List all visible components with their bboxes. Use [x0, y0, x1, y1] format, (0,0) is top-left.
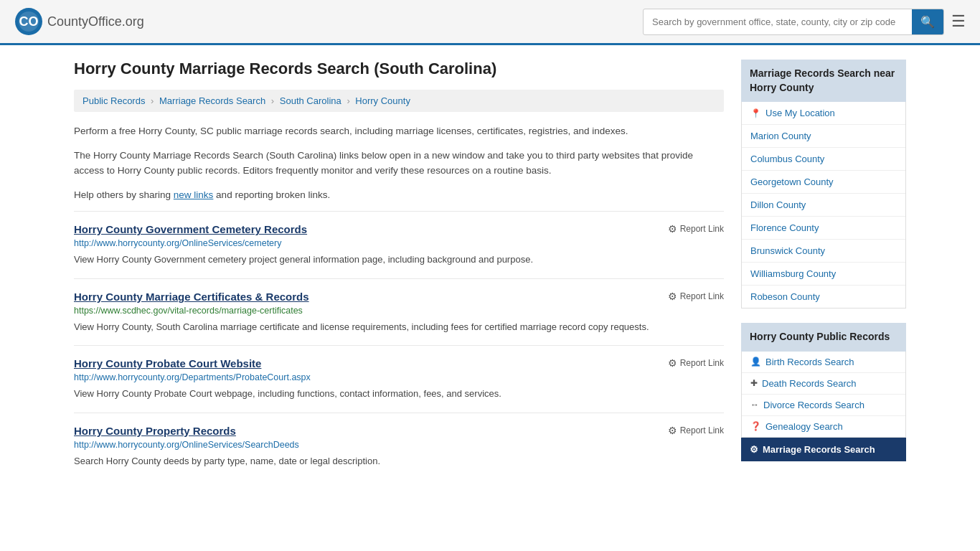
page-title: Horry County Marriage Records Search (So…	[74, 60, 724, 78]
report-link[interactable]: ⚙ Report Link	[668, 291, 724, 302]
description-para2: The Horry County Marriage Records Search…	[74, 148, 724, 179]
record-title: Horry County Probate Court Website	[74, 357, 261, 369]
sidebar-public-title: Horry County Public Records	[741, 323, 906, 352]
breadcrumb-horry-county[interactable]: Horry County	[355, 95, 410, 106]
record-desc: View Horry County Probate Court webpage,…	[74, 387, 724, 401]
menu-button[interactable]: ☰	[951, 12, 966, 31]
record-link[interactable]: Horry County Probate Court Website	[74, 357, 261, 369]
record-url: http://www.horrycounty.org/OnlineService…	[74, 238, 724, 248]
divorce-icon: ↔	[750, 400, 759, 410]
record-desc: View Horry County Government cemetery pr…	[74, 253, 724, 267]
main-container: Horry County Marriage Records Search (So…	[60, 45, 920, 494]
marriage-records-button[interactable]: ⚙ Marriage Records Search	[741, 438, 906, 461]
birth-icon: 👤	[750, 357, 761, 367]
record-desc: Search Horry County deeds by party type,…	[74, 454, 724, 468]
brunswick-county-link[interactable]: Brunswick County	[742, 240, 905, 262]
header: CO CountyOffice.org 🔍 ☰	[0, 0, 980, 45]
sidebar-item-divorce[interactable]: ↔ Divorce Records Search	[742, 395, 905, 416]
report-icon: ⚙	[668, 425, 677, 436]
dillon-county-link[interactable]: Dillon County	[742, 194, 905, 216]
logo-name: CountyOffice	[47, 14, 122, 29]
sidebar-nearby-section: Marriage Records Search near Horry Count…	[741, 60, 906, 309]
record-url: http://www.horrycounty.org/Departments/P…	[74, 372, 724, 382]
breadcrumb-public-records[interactable]: Public Records	[83, 95, 145, 106]
sidebar-item-use-location[interactable]: Use My Location	[742, 102, 905, 125]
record-link[interactable]: Horry County Marriage Certificates & Rec…	[74, 291, 309, 303]
logo: CO CountyOffice.org	[14, 7, 144, 36]
robeson-county-link[interactable]: Robeson County	[742, 286, 905, 308]
genealogy-search-link[interactable]: ❓ Genealogy Search	[750, 421, 897, 432]
death-icon: ✚	[750, 378, 758, 388]
breadcrumb-south-carolina[interactable]: South Carolina	[280, 95, 341, 106]
marriage-btn-icon: ⚙	[750, 444, 758, 455]
breadcrumb-marriage-records[interactable]: Marriage Records Search	[159, 95, 265, 106]
williamsburg-county-link[interactable]: Williamsburg County	[742, 263, 905, 285]
record-url-link[interactable]: http://www.horrycounty.org/Departments/P…	[74, 372, 311, 382]
sidebar-item-robeson[interactable]: Robeson County	[742, 286, 905, 308]
search-button[interactable]: 🔍	[912, 9, 943, 34]
record-item: Horry County Probate Court Website ⚙ Rep…	[74, 345, 724, 413]
florence-county-link[interactable]: Florence County	[742, 217, 905, 239]
logo-icon: CO	[14, 7, 43, 36]
record-item: Horry County Government Cemetery Records…	[74, 211, 724, 278]
record-item: Horry County Property Records ⚙ Report L…	[74, 413, 724, 480]
sidebar-public-list: 👤 Birth Records Search ✚ Death Records S…	[741, 352, 906, 438]
record-link[interactable]: Horry County Property Records	[74, 425, 236, 437]
sidebar-nearby-title: Marriage Records Search near Horry Count…	[741, 60, 906, 102]
sidebar-item-georgetown[interactable]: Georgetown County	[742, 171, 905, 194]
columbus-county-link[interactable]: Columbus County	[742, 148, 905, 170]
sidebar-item-marion[interactable]: Marion County	[742, 125, 905, 148]
record-url-link[interactable]: http://www.horrycounty.org/OnlineService…	[74, 238, 281, 248]
sidebar: Marriage Records Search near Horry Count…	[741, 60, 906, 479]
search-bar: 🔍	[643, 9, 944, 35]
sidebar-item-birth[interactable]: 👤 Birth Records Search	[742, 352, 905, 373]
logo-text: CountyOffice.org	[47, 14, 144, 29]
record-title: Horry County Government Cemetery Records	[74, 223, 307, 235]
record-desc: View Horry County, South Carolina marria…	[74, 320, 724, 334]
sidebar-item-brunswick[interactable]: Brunswick County	[742, 240, 905, 263]
description-para3: Help others by sharing new links and rep…	[74, 187, 724, 203]
svg-text:CO: CO	[19, 14, 39, 29]
search-input[interactable]	[644, 11, 912, 33]
header-right: 🔍 ☰	[643, 9, 966, 35]
report-icon: ⚙	[668, 357, 677, 369]
marriage-btn-label: Marriage Records Search	[763, 444, 875, 455]
record-url-link[interactable]: https://www.scdhec.gov/vital-records/mar…	[74, 306, 303, 316]
report-icon: ⚙	[668, 291, 677, 302]
divorce-records-link[interactable]: ↔ Divorce Records Search	[750, 400, 897, 410]
record-item: Horry County Marriage Certificates & Rec…	[74, 278, 724, 346]
record-link[interactable]: Horry County Government Cemetery Records	[74, 223, 307, 235]
record-title: Horry County Marriage Certificates & Rec…	[74, 291, 309, 303]
breadcrumb: Public Records › Marriage Records Search…	[74, 90, 724, 112]
sidebar-item-death[interactable]: ✚ Death Records Search	[742, 373, 905, 395]
sidebar-item-dillon[interactable]: Dillon County	[742, 194, 905, 217]
sidebar-public-section: Horry County Public Records 👤 Birth Reco…	[741, 323, 906, 461]
sidebar-item-columbus[interactable]: Columbus County	[742, 148, 905, 171]
sidebar-item-florence[interactable]: Florence County	[742, 217, 905, 240]
use-location-link[interactable]: Use My Location	[742, 102, 905, 124]
report-icon: ⚙	[668, 223, 677, 235]
new-links-link[interactable]: new links	[174, 189, 214, 200]
report-link[interactable]: ⚙ Report Link	[668, 425, 724, 436]
description-para1: Perform a free Horry County, SC public m…	[74, 123, 724, 139]
georgetown-county-link[interactable]: Georgetown County	[742, 171, 905, 193]
sidebar-item-genealogy[interactable]: ❓ Genealogy Search	[742, 416, 905, 437]
birth-records-link[interactable]: 👤 Birth Records Search	[750, 357, 897, 367]
sidebar-item-williamsburg[interactable]: Williamsburg County	[742, 263, 905, 286]
record-url: http://www.horrycounty.org/OnlineService…	[74, 440, 724, 450]
report-link[interactable]: ⚙ Report Link	[668, 357, 724, 369]
genealogy-icon: ❓	[750, 421, 761, 431]
report-link[interactable]: ⚙ Report Link	[668, 223, 724, 235]
record-url: https://www.scdhec.gov/vital-records/mar…	[74, 306, 724, 316]
sidebar-nearby-list: Use My Location Marion County Columbus C…	[741, 102, 906, 309]
record-title: Horry County Property Records	[74, 425, 236, 437]
marion-county-link[interactable]: Marion County	[742, 125, 905, 147]
main-content: Horry County Marriage Records Search (So…	[74, 60, 724, 479]
records-list: Horry County Government Cemetery Records…	[74, 211, 724, 479]
death-records-link[interactable]: ✚ Death Records Search	[750, 378, 897, 389]
record-url-link[interactable]: http://www.horrycounty.org/OnlineService…	[74, 440, 299, 450]
